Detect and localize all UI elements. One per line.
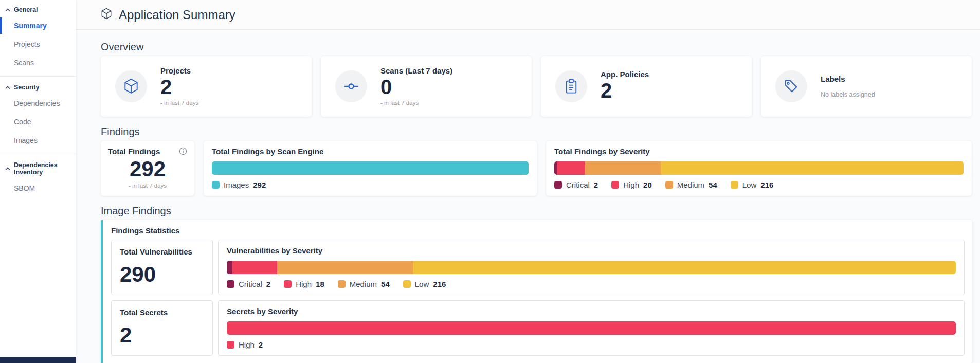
legend-swatch	[227, 341, 234, 349]
card-label: Total Secrets	[120, 308, 204, 317]
sidebar-item-label: SBOM	[14, 184, 35, 192]
legend-value: 216	[433, 280, 446, 288]
section-heading-overview: Overview	[101, 41, 972, 53]
sidebar: General Summary Projects Scans Security …	[0, 0, 76, 363]
legend-item-high[interactable]: High2	[227, 340, 263, 349]
total-vulnerabilities-card: Total Vulnerabilities 290	[111, 240, 213, 295]
card-label: Labels	[821, 75, 875, 84]
sidebar-item-label: Summary	[14, 22, 47, 30]
sidebar-group-header-security[interactable]: Security	[0, 79, 76, 94]
legend-label: Images	[224, 180, 249, 189]
legend-value: 20	[643, 180, 652, 189]
secrets-severity-bar	[227, 321, 956, 335]
section-heading-findings: Findings	[101, 126, 972, 138]
card-label: App. Policies	[601, 70, 649, 79]
legend-label: Medium	[350, 280, 377, 288]
sidebar-item-label: Projects	[14, 40, 40, 48]
sidebar-item-code[interactable]: Code	[0, 113, 76, 131]
legend-swatch	[554, 181, 562, 189]
legend-value: 216	[760, 180, 773, 189]
overview-card-labels: Labels No labels assigned	[761, 56, 972, 117]
card-label: Projects	[160, 66, 198, 76]
legend-value: 54	[381, 280, 390, 288]
legend-label: High	[239, 340, 255, 349]
legend-value: 292	[253, 180, 266, 189]
legend-item-high[interactable]: High18	[284, 280, 324, 288]
bar-segment-critical[interactable]	[227, 261, 232, 274]
overview-card-scans: Scans (Last 7 days) 0 - in last 7 days	[321, 56, 532, 117]
sidebar-item-summary[interactable]: Summary	[0, 16, 76, 35]
card-value: 2	[601, 79, 649, 102]
legend-label: Critical	[566, 180, 590, 189]
vulnerabilities-severity-bar	[227, 261, 956, 274]
severity-bar	[554, 161, 964, 175]
legend-item-low[interactable]: Low216	[403, 280, 446, 288]
page-header: Application Summary	[76, 0, 980, 30]
legend-label: High	[296, 280, 312, 288]
legend-item-high[interactable]: High20	[611, 180, 652, 189]
legend-item-images[interactable]: Images292	[212, 180, 266, 189]
legend-value: 2	[259, 340, 263, 349]
sidebar-bottom-bar	[0, 357, 76, 363]
bar-segment-high[interactable]	[232, 261, 277, 274]
total-findings-card: Total Findings 292 - in last 7 days	[101, 141, 194, 196]
sidebar-group-header-dependencies-inventory[interactable]: Dependencies Inventory	[0, 156, 76, 179]
findings-statistics-grid: Total Vulnerabilities 290 Vulnerabilitie…	[111, 240, 965, 356]
bar-segment-low[interactable]	[661, 161, 964, 175]
main-content: Application Summary Overview Projects 2 …	[76, 0, 980, 363]
chart-title: Secrets by Severity	[227, 307, 956, 316]
legend-label: Medium	[677, 180, 704, 189]
sidebar-item-dependencies[interactable]: Dependencies	[0, 94, 76, 113]
secrets-by-severity-card: Secrets by Severity High2	[218, 300, 965, 356]
vulnerabilities-severity-legend: Critical2High18Medium54Low216	[227, 280, 956, 288]
card-value: 2	[160, 76, 198, 98]
bar-segment-high[interactable]	[557, 161, 585, 175]
sidebar-group-title: Security	[14, 84, 39, 91]
overview-cards-row: Projects 2 - in last 7 days Scans (Last …	[101, 56, 972, 117]
bar-segment-low[interactable]	[413, 261, 956, 274]
sidebar-group-dependencies-inventory: Dependencies Inventory SBOM	[0, 154, 76, 197]
legend-label: Low	[415, 280, 429, 288]
bar-segment-high[interactable]	[227, 321, 956, 335]
bar-segment-images[interactable]	[212, 161, 529, 175]
card-subtext: No labels assigned	[821, 91, 875, 99]
sidebar-item-projects[interactable]: Projects	[0, 35, 76, 53]
overview-card-projects: Projects 2 - in last 7 days	[101, 56, 312, 117]
vulnerabilities-by-severity-card: Vulnerabilities by Severity Critical2Hig…	[218, 240, 965, 295]
section-heading-image-findings: Image Findings	[101, 205, 972, 217]
sidebar-item-scans[interactable]: Scans	[0, 53, 76, 72]
sidebar-group-title: General	[14, 6, 38, 13]
bar-segment-medium[interactable]	[585, 161, 661, 175]
legend-swatch	[611, 181, 619, 189]
legend-item-critical[interactable]: Critical2	[554, 180, 598, 189]
legend-item-medium[interactable]: Medium54	[665, 180, 717, 189]
legend-label: High	[623, 180, 639, 189]
legend-swatch	[731, 181, 738, 189]
scan-engine-legend: Images292	[212, 180, 529, 189]
chart-title: Total Findings by Scan Engine	[212, 147, 529, 156]
legend-swatch	[227, 280, 234, 288]
card-subtext: - in last 7 days	[380, 99, 452, 107]
tag-icon	[775, 70, 807, 102]
card-label: Scans (Last 7 days)	[380, 66, 452, 76]
card-label: Total Vulnerabilities	[120, 247, 204, 257]
sidebar-item-sbom[interactable]: SBOM	[0, 179, 76, 197]
page-title: Application Summary	[119, 8, 235, 22]
chart-title: Vulnerabilities by Severity	[227, 246, 956, 256]
sidebar-item-images[interactable]: Images	[0, 131, 76, 150]
bar-segment-medium[interactable]	[277, 261, 413, 274]
cube-icon	[115, 70, 147, 102]
scan-icon	[335, 70, 367, 102]
legend-label: Critical	[239, 280, 262, 288]
sidebar-group-header-general[interactable]: General	[0, 1, 76, 16]
legend-item-critical[interactable]: Critical2	[227, 280, 270, 288]
findings-by-severity-card: Total Findings by Severity Critical2High…	[546, 141, 972, 196]
overview-card-app-policies: App. Policies 2	[541, 56, 752, 117]
info-icon[interactable]	[179, 147, 187, 155]
legend-item-low[interactable]: Low216	[731, 180, 774, 189]
card-subtext: - in last 7 days	[160, 99, 198, 107]
legend-item-medium[interactable]: Medium54	[338, 280, 390, 288]
card-subtext: - in last 7 days	[108, 182, 187, 190]
sidebar-group-title: Dependencies Inventory	[14, 161, 71, 176]
secrets-severity-legend: High2	[227, 340, 956, 349]
